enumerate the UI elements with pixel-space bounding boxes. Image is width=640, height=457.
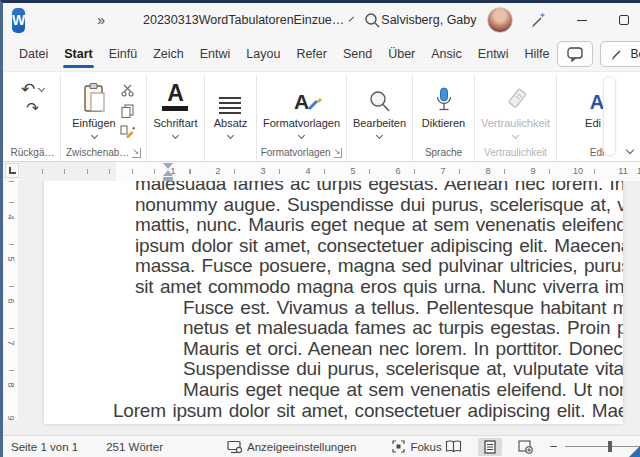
read-mode-button[interactable] (442, 438, 466, 456)
web-layout-button[interactable] (514, 438, 538, 456)
ruler-number: 2 (212, 165, 224, 177)
maximize-icon (619, 15, 629, 25)
hanging-indent-marker[interactable] (163, 170, 173, 176)
tabrow-right: Bearbeitung (557, 41, 640, 67)
text-line: malesuada fames ac turpis egestas. Aenea… (135, 181, 623, 195)
undo-chevron-down-icon[interactable] (38, 85, 45, 92)
window-resize-corner[interactable] (629, 446, 640, 457)
group-sensitivity: Vertraulichkeit Vertraulichkeit (475, 75, 557, 161)
clipboard-icon (81, 78, 107, 114)
copy-button[interactable] (121, 104, 134, 118)
ruler-number: 4 (6, 210, 16, 224)
zoom-control: − + 120% (550, 439, 640, 454)
title-chevron-down-icon[interactable] (349, 17, 354, 22)
comments-button[interactable] (557, 41, 593, 67)
redo-button[interactable]: ↷ (26, 100, 39, 115)
tab-stop-selector[interactable] (5, 163, 19, 178)
group-label-clipboard: Zwischenab… ↘ (61, 147, 146, 158)
group-undo: ↶ ↷ Rückgä… (5, 75, 61, 161)
quick-access-overflow-button[interactable]: » (87, 12, 115, 28)
text-line: nonummy augue. Suspendisse dui purus, sc… (135, 195, 623, 216)
font-icon: A (162, 78, 188, 114)
ruler-number: 12 (636, 165, 640, 177)
sensitivity-chevron-down-icon (512, 132, 519, 139)
tab-datei[interactable]: Datei (11, 37, 56, 71)
display-settings-icon (227, 440, 242, 454)
titlebar-right: Salvisberg, Gaby × (381, 4, 640, 36)
group-label-dictate: Sprache (413, 147, 474, 158)
group-label-editor: Edi (557, 147, 637, 158)
group-label-styles: Formatvorlagen ↘ (257, 147, 346, 158)
minimize-button[interactable] (561, 4, 603, 36)
font-chevron-down-icon (172, 132, 179, 139)
find-editing-button[interactable]: Bearbeiten (353, 78, 406, 161)
zoom-out-button[interactable]: − (550, 439, 558, 454)
display-settings-button[interactable]: Anzeigeeinstellungen (227, 440, 356, 454)
group-label-undo: Rückgä… (5, 147, 60, 158)
paste-label: Einfügen (72, 117, 115, 129)
undo-button[interactable]: ↶ (21, 81, 44, 98)
editing-label: Bearbeiten (353, 117, 406, 129)
search-icon[interactable] (364, 12, 381, 29)
ruler-number: 6 (6, 294, 16, 308)
print-layout-icon (484, 440, 496, 454)
styles-dialog-launcher-icon[interactable]: ↘ (334, 148, 343, 158)
document-page[interactable]: malesuada fames ac turpis egestas. Aenea… (44, 181, 623, 424)
read-mode-icon (445, 440, 462, 453)
text-line: Lorem ipsum dolor sit amet, consectetuer… (113, 401, 623, 422)
user-name[interactable]: Salvisberg, Gaby (381, 13, 476, 27)
comment-icon (567, 47, 583, 62)
ruler-number: 5 (347, 165, 359, 177)
tab-layout[interactable]: Layou (238, 37, 288, 71)
user-avatar[interactable] (487, 7, 513, 33)
paragraph-chevron-down-icon (227, 132, 234, 139)
vertical-ruler[interactable]: 4 5 6 7 8 9 (4, 181, 18, 420)
ruler-number: 9 (6, 411, 16, 420)
font-label: Schriftart (153, 117, 197, 129)
tab-zeichnen[interactable]: Zeich (145, 37, 192, 71)
tab-entwicklertools[interactable]: Entwi (470, 37, 517, 71)
ruler-number: 11 (617, 165, 629, 177)
cut-button[interactable] (121, 84, 134, 97)
tab-referenzen[interactable]: Refer (288, 37, 335, 71)
tab-start[interactable]: Start (56, 37, 100, 71)
editing-mode-label: Bearbeitung (630, 47, 640, 61)
paste-chevron-down-icon[interactable] (90, 132, 97, 139)
zoom-slider-thumb[interactable] (608, 441, 612, 452)
paragraph-flyout-button[interactable]: Absatz (214, 78, 248, 161)
maximize-button[interactable] (603, 4, 640, 36)
clipboard-dialog-launcher-icon[interactable]: ↘ (132, 148, 141, 158)
text-line: Fusce est. Vivamus a tellus. Pellentesqu… (183, 298, 623, 319)
ruler-ticks (20, 169, 640, 174)
focus-button[interactable]: Fokus (392, 440, 441, 453)
text-line: Mauris et orci. Aenean nec lorem. In por… (183, 339, 623, 360)
page-indicator[interactable]: Seite 1 von 1 (11, 441, 78, 453)
ribbon-scroll-strip[interactable] (603, 76, 616, 156)
tab-ueberpruefen[interactable]: Über (380, 37, 423, 71)
format-painter-button[interactable] (120, 125, 135, 139)
horizontal-ruler[interactable]: 1 2 3 4 5 6 7 8 9 10 11 12 (20, 162, 640, 181)
editing-mode-button[interactable]: Bearbeitung (600, 41, 640, 67)
tab-sendungen[interactable]: Send (335, 37, 380, 71)
pencil-icon (610, 47, 624, 61)
ruler-number: 7 (437, 165, 449, 177)
text-line: ipsum dolor sit amet, consectetuer adipi… (135, 236, 623, 257)
font-flyout-button[interactable]: A Schriftart (153, 78, 197, 161)
word-app-icon[interactable]: W (12, 8, 25, 33)
word-count[interactable]: 251 Wörter (106, 441, 163, 453)
tab-hilfe[interactable]: Hilfe (516, 37, 557, 71)
first-line-indent-marker[interactable] (163, 163, 173, 169)
document-title[interactable]: 20230313WordTabulatorenEinzue… (143, 13, 344, 27)
tab-entwurf[interactable]: Entwi (192, 37, 239, 71)
text-line: mattis, nunc. Mauris eget neque at sem v… (135, 215, 623, 236)
tab-ansicht[interactable]: Ansic (423, 37, 470, 71)
pen-sparkle-icon[interactable] (529, 11, 547, 29)
ruler-number: 4 (302, 165, 314, 177)
group-editor: A Edi Edi (557, 75, 637, 161)
web-layout-icon (518, 440, 533, 454)
tab-einfuegen[interactable]: Einfü (101, 37, 146, 71)
print-layout-button[interactable] (478, 438, 502, 456)
group-styles: A Formatvorlagen Formatvorlagen ↘ (257, 75, 347, 161)
ribbon-tab-row: Datei Start Einfü Zeich Entwi Layou Refe… (3, 37, 640, 71)
group-editing: Bearbeiten (347, 75, 413, 161)
